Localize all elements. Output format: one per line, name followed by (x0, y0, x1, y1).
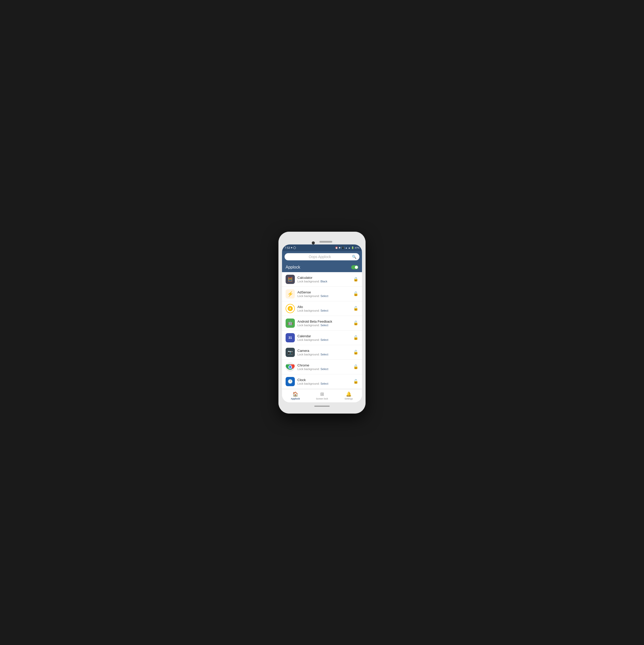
app-icon-calculator: 🧮 (286, 275, 295, 284)
app-sub: Lock background: Select (297, 382, 351, 385)
app-icon-clock: 🕐 (286, 377, 295, 386)
lock-icon-unlocked[interactable]: 🔓 (353, 335, 358, 340)
app-info: Calculator Lock background: Black (297, 276, 351, 283)
app-sub: Lock background: Select (297, 309, 351, 312)
screenlock-icon: ⊞ (320, 391, 324, 397)
app-icon-camera: 📷 (286, 348, 295, 357)
app-list: 🧮 Calculator Lock background: Black 🔒 ⚡ (282, 272, 362, 389)
nav-label-applock: Applock (291, 398, 300, 400)
earpiece (319, 241, 332, 243)
lock-bg-label: Lock background: (297, 309, 320, 312)
app-info: Android Beta Feedback Lock background: S… (297, 319, 351, 327)
lock-bg-label: Lock background: (297, 280, 320, 283)
lock-icon-unlocked[interactable]: 🔓 (353, 364, 358, 369)
svg-point-5 (289, 366, 292, 368)
list-item: 🧮 Calculator Lock background: Black 🔒 (282, 272, 362, 287)
app-name: Calculator (297, 276, 351, 279)
app-icon-chrome (286, 362, 295, 372)
list-item: Chrome Lock background: Select 🔓 (282, 360, 362, 374)
home-icon: 🏠 (293, 391, 298, 397)
app-info: Clock Lock background: Select (297, 378, 351, 385)
bluetooth-icon: ✱ (339, 246, 341, 249)
status-circle (293, 246, 296, 249)
list-item: 🕐 Clock Lock background: Select 🔓 (282, 374, 362, 389)
phone-screen: 7:53 ⏰ ✱ 📳 ▲ ▲ 🔋 47% Oops Applock (282, 244, 362, 402)
app-info: AdSense Lock background: Select (297, 290, 351, 297)
app-info: Calendar Lock background: Select (297, 334, 351, 341)
search-icon[interactable]: 🔍 (352, 255, 356, 259)
app-sub: Lock background: Select (297, 294, 351, 297)
home-indicator[interactable] (314, 406, 330, 407)
lock-icon-unlocked[interactable]: 🔓 (353, 379, 358, 384)
wifi-icon: ▲ (345, 246, 347, 249)
search-input-wrap[interactable]: Oops Applock 🔍 (285, 253, 359, 260)
lock-bg-link[interactable]: Select (320, 368, 328, 371)
app-sub: Lock background: Select (297, 353, 351, 356)
lock-icon-unlocked[interactable]: 🔓 (353, 350, 358, 355)
search-bar: Oops Applock 🔍 (282, 251, 362, 262)
nav-item-settings[interactable]: 🔔 Settings (335, 389, 362, 402)
screen-content: 7:53 ⏰ ✱ 📳 ▲ ▲ 🔋 47% Oops Applock (282, 244, 362, 402)
lock-bg-link[interactable]: Select (320, 382, 328, 385)
lock-icon-unlocked[interactable]: 🔓 (353, 320, 358, 326)
front-camera (312, 241, 315, 244)
lock-icon-unlocked[interactable]: 🔓 (353, 291, 358, 296)
battery-icon: 🔋 (351, 246, 354, 249)
signal-icon: ▲ (348, 246, 350, 249)
list-item: 🤖 Android Beta Feedback Lock background:… (282, 316, 362, 331)
app-icon-allo: A (286, 304, 295, 313)
alarm-icon: ⏰ (335, 246, 338, 249)
lock-icon-unlocked[interactable]: 🔓 (353, 306, 358, 311)
lock-bg-link[interactable]: Black (320, 280, 327, 283)
app-header: Applock (282, 262, 362, 272)
status-left: 7:53 (285, 246, 296, 249)
app-icon-calendar: 31 (286, 333, 295, 342)
list-item: A Allo Lock background: Select 🔓 (282, 301, 362, 316)
list-item: ⚡ AdSense Lock background: Select 🔓 (282, 287, 362, 301)
phone-bottom-hardware (282, 402, 362, 410)
lock-bg-label: Lock background: (297, 324, 320, 327)
lock-bg-link[interactable]: Select (320, 338, 328, 341)
search-placeholder: Oops Applock (288, 255, 352, 259)
lock-bg-label: Lock background: (297, 338, 320, 341)
phone-frame: 7:53 ⏰ ✱ 📳 ▲ ▲ 🔋 47% Oops Applock (279, 232, 365, 414)
lock-icon-locked[interactable]: 🔒 (353, 277, 358, 282)
lock-bg-label: Lock background: (297, 382, 320, 385)
svg-text:A: A (289, 307, 291, 310)
nav-item-applock[interactable]: 🏠 Applock (282, 389, 309, 402)
app-sub: Lock background: Select (297, 368, 351, 371)
battery-percent: 47% (355, 246, 359, 249)
status-icons: ⏰ ✱ 📳 ▲ ▲ 🔋 47% (335, 246, 359, 249)
bell-icon: 🔔 (346, 391, 351, 397)
lock-bg-link[interactable]: Select (320, 353, 328, 356)
nav-item-screenlock[interactable]: ⊞ Screen lock (309, 389, 335, 402)
applock-toggle[interactable] (351, 265, 358, 269)
list-item: 📷 Camera Lock background: Select 🔓 (282, 345, 362, 360)
header-title: Applock (286, 265, 300, 269)
app-name: Allo (297, 305, 351, 309)
app-icon-adsense: ⚡ (286, 289, 295, 298)
app-sub: Lock background: Select (297, 338, 351, 341)
bottom-nav: 🏠 Applock ⊞ Screen lock 🔔 Settings (282, 389, 362, 402)
lock-bg-label: Lock background: (297, 368, 320, 371)
lock-bg-label: Lock background: (297, 294, 320, 297)
vibrate-icon: 📳 (341, 246, 344, 249)
app-name: Chrome (297, 363, 351, 367)
phone-top-hardware (282, 235, 362, 244)
app-info: Chrome Lock background: Select (297, 363, 351, 371)
app-info: Allo Lock background: Select (297, 305, 351, 312)
lock-bg-link[interactable]: Select (320, 324, 328, 327)
app-name: Clock (297, 378, 351, 382)
lock-bg-link[interactable]: Select (320, 309, 328, 312)
status-dot (291, 247, 292, 248)
app-info: Camera Lock background: Select (297, 349, 351, 356)
list-item: 31 Calendar Lock background: Select 🔓 (282, 331, 362, 345)
app-sub: Lock background: Black (297, 280, 351, 283)
lock-bg-link[interactable]: Select (320, 294, 328, 297)
app-name: Calendar (297, 334, 351, 338)
lock-bg-label: Lock background: (297, 353, 320, 356)
app-name: Camera (297, 349, 351, 353)
app-name: Android Beta Feedback (297, 319, 351, 324)
nav-label-screenlock: Screen lock (316, 398, 328, 400)
app-icon-android: 🤖 (286, 318, 295, 328)
